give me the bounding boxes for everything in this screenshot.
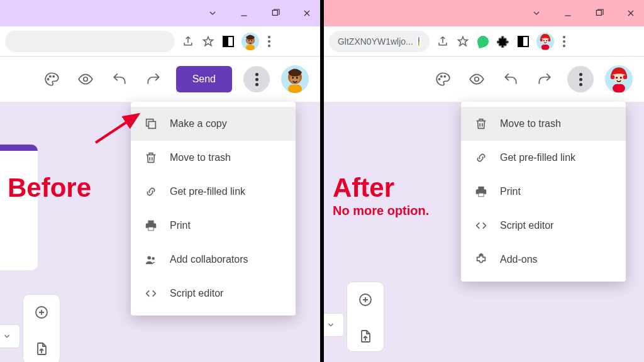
omnibox[interactable] — [5, 31, 175, 52]
window-minimize-icon[interactable] — [560, 5, 576, 21]
trash-icon — [143, 150, 158, 165]
annotation-text: Before — [8, 174, 91, 202]
menu-item-script-editor[interactable]: Script editor — [131, 277, 296, 310]
forms-workspace: Make a copy Move to trash Get pre-filled… — [0, 102, 320, 362]
undo-icon[interactable] — [108, 68, 131, 90]
more-options-button[interactable] — [243, 66, 270, 92]
omnibox[interactable]: GltZXN0YW1wljo... — [329, 31, 430, 52]
print-icon — [143, 218, 158, 233]
svg-point-26 — [543, 40, 545, 41]
menu-item-move-to-trash[interactable]: Move to trash — [461, 107, 626, 141]
svg-rect-16 — [288, 85, 302, 93]
menu-item-label: Move to trash — [500, 118, 561, 129]
svg-point-9 — [53, 76, 54, 77]
more-options-menu: Move to trash Get pre-filled link Print … — [461, 102, 626, 282]
redo-icon[interactable] — [142, 68, 165, 90]
send-button[interactable]: Send — [176, 66, 232, 92]
svg-point-34 — [475, 77, 479, 82]
svg-rect-39 — [613, 84, 625, 92]
add-question-icon[interactable] — [354, 288, 377, 311]
forms-toolbar — [324, 57, 644, 102]
svg-point-29 — [540, 38, 543, 41]
menu-item-script-editor[interactable]: Script editor — [461, 209, 626, 243]
window-maximize-icon[interactable] — [591, 5, 608, 21]
window-maximize-icon[interactable] — [267, 5, 284, 21]
annotation-before: Before — [8, 174, 91, 202]
preview-eye-icon[interactable] — [465, 68, 488, 90]
question-type-dropdown[interactable] — [324, 313, 344, 337]
svg-point-14 — [292, 77, 294, 79]
more-options-menu: Make a copy Move to trash Get pre-filled… — [131, 102, 296, 315]
extension-leaf-icon[interactable] — [476, 35, 490, 48]
window-titlebar — [324, 0, 644, 26]
menu-item-print[interactable]: Print — [461, 175, 626, 209]
menu-item-make-a-copy[interactable]: Make a copy — [131, 107, 296, 141]
more-options-button[interactable] — [567, 66, 594, 92]
svg-point-41 — [623, 75, 628, 79]
svg-point-20 — [148, 256, 152, 260]
svg-point-40 — [611, 75, 615, 79]
svg-rect-19 — [148, 228, 153, 231]
account-avatar-icon[interactable] — [281, 65, 309, 93]
svg-rect-0 — [272, 10, 277, 15]
browser-menu-icon[interactable] — [560, 33, 568, 50]
svg-point-38 — [620, 77, 622, 79]
browser-address-bar: GltZXN0YW1wljo... — [324, 26, 644, 57]
window-titlebar — [0, 0, 320, 26]
menu-item-get-prefilled-link[interactable]: Get pre-filled link — [131, 175, 296, 209]
preview-eye-icon[interactable] — [74, 68, 97, 90]
copy-icon — [143, 116, 158, 131]
svg-point-21 — [152, 257, 155, 260]
floating-toolbar — [347, 282, 384, 352]
menu-item-print[interactable]: Print — [131, 209, 296, 243]
question-type-dropdown[interactable] — [0, 324, 20, 348]
before-panel: Send Make a copy Move to trash Get pre- — [0, 0, 320, 362]
svg-rect-23 — [596, 10, 601, 15]
import-questions-icon[interactable] — [354, 325, 377, 348]
menu-item-label: Move to trash — [170, 152, 231, 163]
menu-item-label: Script editor — [500, 220, 553, 231]
share-icon[interactable] — [436, 35, 450, 48]
after-panel: GltZXN0YW1wljo... Move to — [324, 0, 644, 362]
window-minimize-icon[interactable] — [236, 5, 252, 21]
redo-icon[interactable] — [533, 68, 556, 90]
theme-palette-icon[interactable] — [40, 68, 63, 90]
window-close-icon[interactable] — [623, 5, 639, 21]
bookmark-star-icon[interactable] — [201, 35, 215, 48]
tab-chevron-icon[interactable] — [528, 5, 545, 21]
profile-avatar-icon[interactable] — [536, 33, 554, 50]
forms-toolbar: Send — [0, 57, 320, 102]
svg-point-37 — [616, 77, 618, 79]
svg-point-10 — [83, 77, 87, 82]
svg-point-5 — [251, 40, 252, 41]
code-icon — [474, 218, 489, 233]
window-close-icon[interactable] — [299, 5, 315, 21]
link-icon — [474, 150, 489, 165]
reader-mode-icon[interactable] — [516, 35, 530, 48]
svg-point-27 — [546, 40, 547, 41]
reader-mode-icon[interactable] — [221, 35, 235, 48]
import-questions-icon[interactable] — [30, 337, 53, 360]
menu-item-add-ons[interactable]: Add-ons — [461, 243, 626, 277]
theme-palette-icon[interactable] — [431, 68, 454, 90]
tab-chevron-icon[interactable] — [204, 5, 221, 21]
profile-avatar-icon[interactable] — [242, 33, 259, 50]
menu-item-label: Make a copy — [170, 118, 227, 129]
svg-point-8 — [49, 76, 50, 77]
menu-item-get-prefilled-link[interactable]: Get pre-filled link — [461, 141, 626, 175]
svg-rect-18 — [148, 121, 155, 128]
forms-workspace: Move to trash Get pre-filled link Print … — [324, 102, 644, 362]
svg-point-7 — [47, 79, 48, 80]
menu-item-add-collaborators[interactable]: Add collaborators — [131, 243, 296, 277]
browser-menu-icon[interactable] — [265, 33, 273, 50]
extensions-puzzle-icon[interactable] — [496, 35, 510, 48]
bookmark-star-icon[interactable] — [456, 35, 470, 48]
share-icon[interactable] — [181, 35, 195, 48]
link-icon — [143, 184, 158, 199]
svg-point-31 — [439, 79, 440, 80]
svg-point-32 — [441, 76, 442, 77]
menu-item-move-to-trash[interactable]: Move to trash — [131, 141, 296, 175]
account-avatar-icon[interactable] — [605, 65, 633, 93]
add-question-icon[interactable] — [30, 301, 53, 324]
undo-icon[interactable] — [499, 68, 522, 90]
